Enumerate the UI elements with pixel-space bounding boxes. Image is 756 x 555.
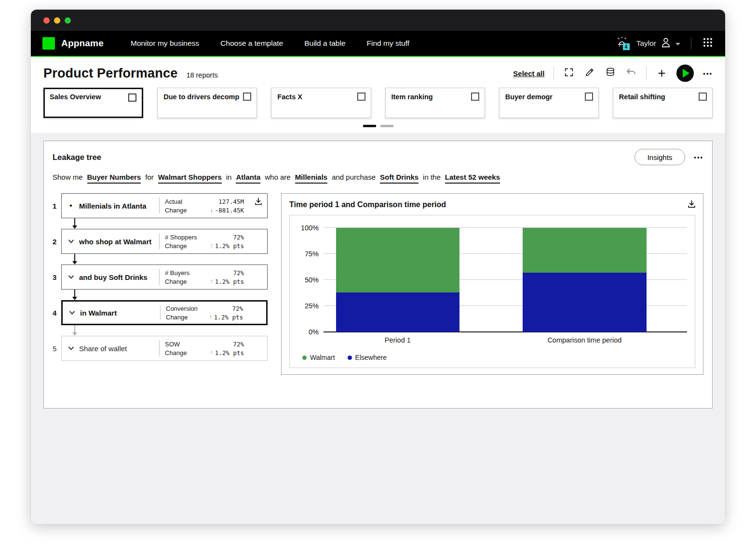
change-value-group: ↑1.2% pts — [210, 349, 244, 357]
chevron-down-icon[interactable] — [68, 275, 74, 279]
fullscreen-button[interactable] — [563, 67, 575, 79]
change-label: Change — [165, 242, 187, 250]
query-token-soft-drinks[interactable]: Soft Drinks — [380, 173, 418, 184]
tree-node-left: in Walmart — [63, 302, 160, 324]
report-card-retail-shifting[interactable]: Retail shifting — [613, 88, 713, 118]
change-value: 1.2% pts — [215, 278, 244, 285]
report-card-checkbox[interactable] — [699, 92, 707, 101]
page-title: Product Performance — [43, 66, 177, 81]
change-value: -881.45K — [215, 207, 244, 214]
report-card-sales-overview[interactable]: Sales Overview — [43, 88, 143, 118]
chevron-down-icon[interactable] — [68, 310, 75, 315]
report-card-checkbox[interactable] — [128, 93, 136, 102]
report-card-buyer-demogr[interactable]: Buyer demogr — [499, 88, 599, 118]
edit-button[interactable] — [584, 67, 595, 79]
metric-label: Actual — [165, 198, 182, 205]
change-row: Change↑1.2% pts — [165, 242, 244, 250]
more-options-button[interactable]: ••• — [703, 70, 713, 77]
query-text: and purchase — [332, 173, 376, 184]
report-card-due-to-drivers-decomp[interactable]: Due to drivers decomp — [157, 88, 257, 118]
change-value: 1.2% pts — [214, 314, 243, 321]
leakage-tree: 1•Millenials in AtlantaActual127.45MChan… — [53, 193, 268, 361]
change-value: 1.2% pts — [215, 242, 244, 250]
connector-arrow — [72, 290, 78, 300]
select-all-button[interactable]: Select all — [513, 69, 544, 78]
tree-node-left: •Millenials in Atlanta — [62, 194, 159, 218]
report-card-label: Facts X — [277, 93, 364, 101]
chevron-down-icon[interactable] — [68, 346, 74, 351]
pencil-icon — [584, 67, 595, 79]
tree-node-who-shop-at-walmart[interactable]: who shop at Walmart# Shoppers72%Change↑1… — [61, 229, 268, 254]
notification-badge: 4 — [623, 43, 630, 50]
nav-item-choose-a-template[interactable]: Choose a template — [220, 39, 283, 48]
report-card-item-ranking[interactable]: Item ranking — [385, 88, 485, 118]
chevron-down-icon[interactable] — [68, 239, 74, 244]
zoom-button[interactable] — [65, 17, 71, 24]
nav-item-build-a-table[interactable]: Build a table — [304, 39, 345, 48]
query-token-walmart-shoppers[interactable]: Walmart Shoppers — [158, 173, 222, 184]
add-button[interactable]: + — [656, 67, 667, 79]
change-label: Change — [165, 278, 187, 285]
minimize-button[interactable] — [54, 17, 60, 24]
report-card-checkbox[interactable] — [243, 92, 251, 101]
legend-dot — [302, 356, 307, 360]
change-label: Change — [165, 349, 187, 357]
pagination-dash-1[interactable] — [363, 125, 376, 127]
report-card-facts-x[interactable]: Facts X — [271, 88, 371, 118]
bar-segment-walmart — [523, 228, 646, 273]
legend-item-walmart: Walmart — [302, 354, 335, 361]
legend-label: Walmart — [310, 354, 335, 361]
query-text: who are — [265, 173, 290, 184]
nav-divider — [691, 37, 691, 50]
caret-down-icon — [675, 43, 680, 45]
report-card-label: Sales Overview — [50, 93, 137, 101]
query-token-atlanta[interactable]: Atlanta — [236, 173, 260, 184]
user-menu[interactable]: Taylor — [636, 36, 680, 51]
page-header: Product Performance 18 reports Select al… — [31, 57, 725, 82]
app-logo — [42, 37, 55, 50]
app-window: Appname Monitor my businessChoose a temp… — [31, 10, 725, 524]
report-card-checkbox[interactable] — [585, 92, 593, 101]
node-download-button[interactable] — [254, 197, 263, 208]
page-content: Product Performance 18 reports Select al… — [31, 57, 725, 524]
grid-icon — [702, 37, 714, 50]
notifications-button[interactable]: 4 — [616, 38, 628, 49]
close-button[interactable] — [43, 17, 50, 24]
report-card-checkbox[interactable] — [471, 92, 479, 101]
pagination-dash-2[interactable] — [380, 125, 393, 127]
tree-node-number: 5 — [53, 344, 61, 353]
query-token-buyer-numbers[interactable]: Buyer Numbers — [87, 173, 141, 184]
nav-item-find-my-stuff[interactable]: Find my stuff — [367, 39, 409, 48]
tree-node-left: and buy Soft Drinks — [62, 265, 159, 289]
tree-node-share-of-wallet[interactable]: Share of walletSOW72%Change↑1.2% pts — [61, 336, 268, 361]
panel-more-options-button[interactable]: ••• — [694, 154, 703, 161]
chart-download-button[interactable] — [687, 199, 696, 211]
change-value-group: ↑1.2% pts — [209, 314, 243, 321]
toolbar: Select all — [513, 65, 713, 82]
report-cards-row: Sales OverviewDue to drivers decompFacts… — [31, 88, 725, 118]
run-button[interactable] — [676, 65, 694, 82]
change-value-group: ↓-881.45K — [210, 207, 244, 214]
change-value: 1.2% pts — [215, 349, 244, 357]
tree-node-metrics: SOW72%Change↑1.2% pts — [160, 336, 267, 360]
tree-node-millenials-in-atlanta[interactable]: •Millenials in AtlantaActual127.45MChang… — [61, 193, 268, 218]
apps-grid-button[interactable] — [702, 38, 714, 49]
tree-node-row: 4in WalmartConversion72%Change↑1.2% pts — [53, 300, 268, 325]
legend-label: Elsewhere — [355, 354, 387, 361]
nav-menu: Monitor my businessChoose a templateBuil… — [131, 39, 409, 48]
query-token-latest-52-weeks[interactable]: Latest 52 weeks — [445, 173, 500, 184]
insights-button[interactable]: Insights — [634, 149, 686, 165]
nav-item-monitor-my-business[interactable]: Monitor my business — [131, 39, 199, 48]
tree-node-title: Share of wallet — [79, 344, 127, 353]
data-source-button[interactable] — [605, 67, 616, 79]
tree-node-metrics: # Shoppers72%Change↑1.2% pts — [160, 229, 267, 253]
tree-node-and-buy-soft-drinks[interactable]: and buy Soft Drinks# Buyers72%Change↑1.2… — [61, 264, 268, 290]
undo-button[interactable] — [625, 67, 637, 79]
change-row: Change↑1.2% pts — [166, 314, 243, 321]
metric-value: 72% — [232, 305, 243, 312]
report-card-checkbox[interactable] — [357, 92, 365, 101]
window-titlebar — [31, 10, 725, 31]
tree-node-in-walmart[interactable]: in WalmartConversion72%Change↑1.2% pts — [61, 300, 268, 325]
tree-node-metrics: # Buyers72%Change↑1.2% pts — [160, 265, 267, 289]
query-token-millenials[interactable]: Millenials — [295, 173, 328, 184]
